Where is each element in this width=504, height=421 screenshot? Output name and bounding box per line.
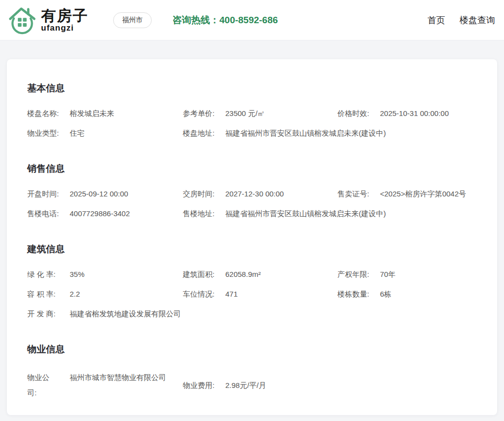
field-building-area: 建筑面积: 62058.9m² [183,269,337,279]
field-label: 开 发 商: [27,309,61,318]
logo-text: 有房子 ufangzi [41,8,88,32]
field-value: <2025>榕房许字第0042号 [380,189,466,198]
field-label: 售楼地址: [183,209,216,218]
field-value: 福建省福州市晋安区鼓山镇榕发城启未来(建设中) [225,128,386,138]
nav-property-search[interactable]: 楼盘查询 [460,14,495,26]
field-greening-rate: 绿 化 率: 35% [27,269,183,279]
field-reference-price: 参考单价: 23500 元/㎡ [183,109,337,118]
logo-subtitle: ufangzi [41,24,88,32]
field-value: 榕发城启未来 [70,109,114,118]
field-opening-date: 开盘时间: 2025-09-12 00:00 [27,189,183,198]
field-label: 交房时间: [183,189,216,198]
header: 有房子 ufangzi 福州市 咨询热线：400-8592-686 首页 楼盘查… [0,0,504,40]
field-label: 售楼电话: [27,209,61,218]
house-logo-icon [7,5,37,36]
field-label: 产权年限: [337,269,371,279]
field-plot-ratio: 容 积 率: 2.2 [27,289,183,299]
hotline-number: 400-8592-686 [219,15,278,25]
field-value: 2025-10-31 00:00:00 [380,109,449,118]
field-property-name: 楼盘名称: 榕发城启未来 [27,109,183,118]
nav-home[interactable]: 首页 [427,14,445,26]
field-value: 2027-12-30 00:00 [225,189,284,198]
property-detail-card: 基本信息 楼盘名称: 榕发城启未来 参考单价: 23500 元/㎡ 价格时效: … [7,59,497,415]
field-label: 楼盘地址: [183,128,216,138]
city-badge[interactable]: 福州市 [113,12,152,28]
section-title-basic: 基本信息 [27,83,477,94]
field-label: 楼栋数量: [337,289,371,299]
logo-title: 有房子 [41,8,88,24]
sales-row-2: 售楼电话: 4007729886-3402 售楼地址: 福建省福州市晋安区鼓山镇… [27,209,477,218]
field-property-address: 楼盘地址: 福建省福州市晋安区鼓山镇榕发城启未来(建设中) [183,128,477,138]
field-sales-phone: 售楼电话: 4007729886-3402 [27,209,183,218]
logo[interactable]: 有房子 ufangzi [7,5,88,36]
field-value: 福建省榕发筑地建设发展有限公司 [70,309,181,318]
field-value: 35% [70,269,84,279]
field-label: 物业费用: [183,381,216,390]
sales-row-1: 开盘时间: 2025-09-12 00:00 交房时间: 2027-12-30 … [27,189,477,198]
field-label: 容 积 率: [27,289,61,299]
field-sales-license: 售卖证号: <2025>榕房许字第0042号 [337,189,477,198]
field-label: 绿 化 率: [27,269,61,279]
field-value: 471 [225,289,238,299]
field-label: 物业类型: [27,128,61,138]
section-title-building: 建筑信息 [27,244,477,255]
field-label: 楼盘名称: [27,109,61,118]
field-value: 6栋 [380,289,391,299]
field-tenure-years: 产权年限: 70年 [337,269,477,279]
page: 有房子 ufangzi 福州市 咨询热线：400-8592-686 首页 楼盘查… [0,0,504,421]
field-value: 2025-09-12 00:00 [70,189,128,198]
field-value: 住宅 [70,128,84,138]
field-label: 售卖证号: [337,189,371,198]
field-value: 2.2 [70,289,80,299]
section-sales-info: 销售信息 开盘时间: 2025-09-12 00:00 交房时间: 2027-1… [27,163,477,218]
field-sales-address: 售楼地址: 福建省福州市晋安区鼓山镇榕发城启未来(建设中) [183,209,477,218]
field-property-type: 物业类型: 住宅 [27,128,183,138]
field-delivery-date: 交房时间: 2027-12-30 00:00 [183,189,337,198]
field-label: 价格时效: [337,109,371,118]
field-value: 4007729886-3402 [70,209,130,218]
building-row-3: 开 发 商: 福建省榕发筑地建设发展有限公司 [27,309,477,318]
basic-row-1: 楼盘名称: 榕发城启未来 参考单价: 23500 元/㎡ 价格时效: 2025-… [27,109,477,118]
field-value: 福州市城市智慧物业有限公司 [70,370,168,385]
section-building-info: 建筑信息 绿 化 率: 35% 建筑面积: 62058.9m² 产权年限: 70… [27,244,477,318]
section-property-mgmt-info: 物业信息 物业公司: 福州市城市智慧物业有限公司 物业费用: 2.98元/平/月 [27,344,477,400]
field-label: 参考单价: [183,109,216,118]
basic-row-2: 物业类型: 住宅 楼盘地址: 福建省福州市晋安区鼓山镇榕发城启未来(建设中) [27,128,477,138]
field-price-validity: 价格时效: 2025-10-31 00:00:00 [337,109,477,118]
field-label: 建筑面积: [183,269,216,279]
field-parking: 车位情况: 471 [183,289,337,299]
field-label: 开盘时间: [27,189,61,198]
hotline-label: 咨询热线： [172,15,219,25]
field-building-count: 楼栋数量: 6栋 [337,289,477,299]
field-value: 福建省福州市晋安区鼓山镇榕发城启未来(建设中) [225,209,386,218]
field-property-fee: 物业费用: 2.98元/平/月 [183,381,477,390]
property-row-1: 物业公司: 福州市城市智慧物业有限公司 物业费用: 2.98元/平/月 [27,370,477,400]
field-label: 车位情况: [183,289,216,299]
section-title-sales: 销售信息 [27,163,477,174]
field-developer: 开 发 商: 福建省榕发筑地建设发展有限公司 [27,309,477,318]
field-value: 23500 元/㎡ [225,109,265,118]
section-title-property: 物业信息 [27,344,477,355]
building-row-2: 容 积 率: 2.2 车位情况: 471 楼栋数量: 6栋 [27,289,477,299]
field-label: 物业公司: [27,370,52,400]
field-value: 62058.9m² [225,269,261,279]
hotline: 咨询热线：400-8592-686 [172,14,278,27]
main-nav: 首页 楼盘查询 [427,14,499,26]
field-value: 70年 [380,269,396,279]
field-property-company: 物业公司: 福州市城市智慧物业有限公司 [27,370,183,400]
section-basic-info: 基本信息 楼盘名称: 榕发城启未来 参考单价: 23500 元/㎡ 价格时效: … [27,83,477,138]
field-value: 2.98元/平/月 [225,381,266,390]
building-row-1: 绿 化 率: 35% 建筑面积: 62058.9m² 产权年限: 70年 [27,269,477,279]
